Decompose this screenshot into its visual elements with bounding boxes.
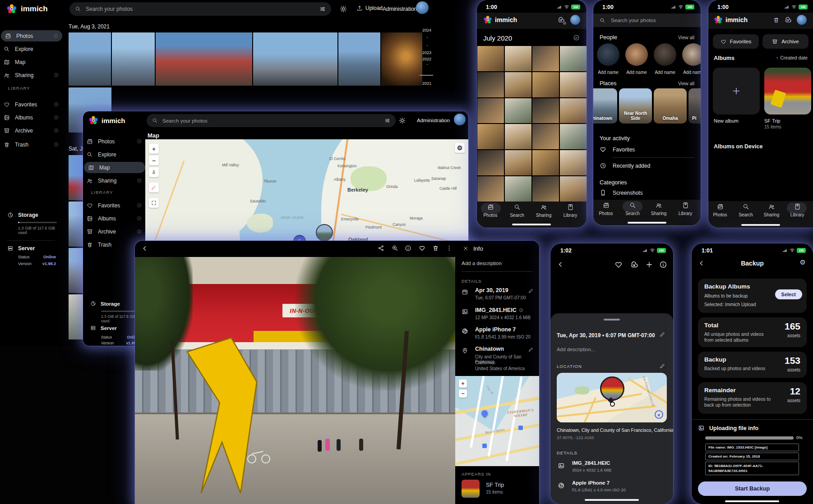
sidebar-item-archive[interactable]: Archive <box>4 125 59 136</box>
edit-location-icon[interactable] <box>660 363 665 369</box>
backup-cloud-icon[interactable] <box>784 16 792 24</box>
album-link[interactable]: SF Trip 15 items <box>462 480 534 499</box>
sidebar-item-photos[interactable]: Photos <box>87 136 142 147</box>
avatar[interactable] <box>416 1 429 14</box>
face-avatar[interactable] <box>625 43 648 66</box>
info-icon[interactable] <box>137 229 142 234</box>
map-zoom-in-button[interactable]: + <box>149 144 159 154</box>
info-icon[interactable] <box>137 216 142 221</box>
photo-thumbnail[interactable] <box>69 32 111 86</box>
tab-sharing[interactable]: Sharing <box>531 204 556 218</box>
administration-link[interactable]: Administration <box>383 6 417 12</box>
info-icon[interactable] <box>137 139 142 144</box>
place-card[interactable]: Near North Side <box>619 88 652 124</box>
photo-thumbnail[interactable] <box>560 176 587 202</box>
photo-thumbnail[interactable] <box>532 72 559 97</box>
tab-photos[interactable]: Photos <box>708 203 733 217</box>
start-backup-button[interactable]: Start Backup <box>698 481 807 496</box>
info-icon[interactable] <box>137 178 142 183</box>
map-photo-marker[interactable] <box>316 224 333 241</box>
home-indicator[interactable] <box>512 224 551 225</box>
favorites-row[interactable]: Favorites <box>600 146 635 153</box>
sidebar-item-map[interactable]: Map <box>84 162 145 173</box>
map-draw-button[interactable] <box>149 183 159 192</box>
new-album-card[interactable] <box>713 68 760 115</box>
photo-thumbnail[interactable] <box>532 98 559 124</box>
home-indicator[interactable] <box>628 222 666 224</box>
back-icon[interactable] <box>141 245 148 252</box>
photo-thumbnail[interactable] <box>560 150 587 175</box>
info-icon[interactable] <box>54 128 59 133</box>
screenshots-row[interactable]: Screenshots <box>600 189 643 196</box>
people-view-all-link[interactable]: View all <box>678 35 694 40</box>
photo-thumbnail[interactable] <box>477 46 504 71</box>
select-all-icon[interactable] <box>573 34 580 41</box>
description-input[interactable]: Add description... <box>557 347 595 352</box>
map-fullscreen-button[interactable] <box>149 198 159 208</box>
sidebar-item-albums[interactable]: Albums <box>87 213 142 224</box>
tab-library[interactable]: Library <box>558 204 583 218</box>
theme-toggle-icon[interactable] <box>399 117 406 124</box>
face-avatar[interactable] <box>597 43 619 66</box>
album-card[interactable] <box>764 68 811 115</box>
favorites-button[interactable]: Favorites <box>713 34 759 49</box>
delete-icon[interactable] <box>432 245 439 252</box>
photo-thumbnail[interactable] <box>560 46 587 71</box>
face-avatar[interactable] <box>654 43 676 66</box>
home-indicator[interactable] <box>741 224 780 226</box>
places-view-all-link[interactable]: View all <box>678 81 694 86</box>
sidebar-item-trash[interactable]: Trash <box>87 239 142 250</box>
gear-icon[interactable]: ⚙ <box>800 258 806 266</box>
avatar[interactable] <box>797 15 807 25</box>
favorite-icon[interactable] <box>419 245 425 252</box>
map-locate-button[interactable] <box>149 167 159 177</box>
sidebar-item-trash[interactable]: Trash <box>4 139 59 150</box>
edit-date-icon[interactable] <box>660 331 665 337</box>
sidebar-item-albums[interactable]: Albums <box>4 112 59 123</box>
photo-thumbnail[interactable] <box>560 98 587 124</box>
photo-thumbnail[interactable] <box>338 32 380 86</box>
home-indicator[interactable] <box>585 499 639 501</box>
tab-search[interactable]: Search <box>733 203 758 217</box>
tab-photos[interactable]: Photos <box>593 202 619 216</box>
home-indicator[interactable] <box>725 500 779 502</box>
photo-thumbnail[interactable] <box>505 72 531 97</box>
download-cloud-icon[interactable] <box>630 261 638 269</box>
add-name-link[interactable]: Add name <box>680 70 701 75</box>
map-attribution-icon[interactable] <box>655 410 663 419</box>
search-input[interactable]: Search your photos <box>147 114 396 127</box>
add-name-link[interactable]: Add name <box>595 70 622 75</box>
close-icon[interactable] <box>462 245 469 252</box>
location-map[interactable]: FISHERMAN'S WHARF Beach Street Pier 45 +… <box>455 376 539 466</box>
photo-thumbnail[interactable] <box>560 124 587 149</box>
sidebar-item-favorites[interactable]: Favorites <box>87 200 142 211</box>
filter-icon[interactable] <box>319 6 326 12</box>
map-photo-marker[interactable] <box>600 376 624 401</box>
zoom-in-icon[interactable] <box>392 245 398 252</box>
photo-thumbnail[interactable] <box>505 176 531 202</box>
location-map[interactable]: San Francisco Ferry B <box>557 373 667 422</box>
tab-search[interactable]: Search <box>504 204 530 218</box>
photo-thumbnail[interactable] <box>532 176 559 202</box>
asset-coordinates[interactable]: 37.8079, -122.4166 <box>557 435 594 440</box>
tab-library[interactable]: Library <box>785 203 810 217</box>
map-zoom-out-button[interactable]: − <box>149 156 159 165</box>
place-card[interactable]: Omaha <box>654 88 687 124</box>
photo-thumbnail[interactable] <box>532 46 559 71</box>
archive-button[interactable]: Archive <box>762 34 808 49</box>
sort-button[interactable]: ↑ Created date <box>776 55 808 60</box>
tab-sharing[interactable]: Sharing <box>646 202 671 216</box>
info-icon[interactable] <box>519 308 523 312</box>
info-icon[interactable] <box>54 115 59 120</box>
face-avatar[interactable] <box>682 43 701 66</box>
photo-thumbnail[interactable] <box>156 32 252 86</box>
map-zoom-in-button[interactable]: + <box>459 380 467 388</box>
avatar[interactable] <box>570 15 580 25</box>
tab-library[interactable]: Library <box>673 202 698 216</box>
info-icon[interactable] <box>53 33 58 38</box>
avatar[interactable] <box>454 114 466 125</box>
photo-thumbnail[interactable] <box>381 32 422 86</box>
add-name-link[interactable]: Add name <box>651 70 679 75</box>
select-button[interactable]: Select <box>775 289 802 299</box>
upload-button[interactable]: Upload <box>356 5 383 11</box>
